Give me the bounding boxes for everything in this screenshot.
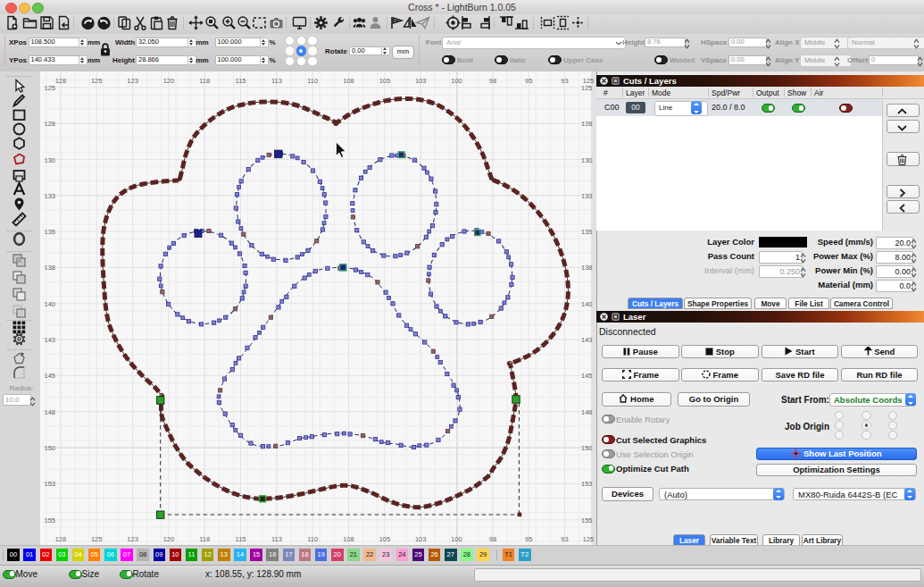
svg-text:128: 128 (581, 120, 593, 128)
svg-text:128: 128 (55, 77, 67, 85)
svg-text:115: 115 (236, 535, 246, 543)
svg-text:145: 145 (44, 372, 55, 380)
svg-text:108: 108 (343, 77, 354, 85)
svg-text:148: 148 (44, 408, 55, 416)
svg-text:93: 93 (561, 77, 568, 85)
svg-text:153: 153 (581, 480, 593, 488)
svg-text:133: 133 (44, 192, 55, 200)
svg-text:138: 138 (581, 264, 593, 272)
svg-text:105: 105 (379, 535, 391, 543)
svg-text:113: 113 (271, 77, 282, 85)
svg-text:113: 113 (271, 535, 282, 543)
svg-text:155: 155 (581, 516, 593, 524)
svg-text:120: 120 (163, 535, 175, 543)
svg-text:148: 148 (581, 408, 593, 416)
svg-text:98: 98 (489, 77, 496, 85)
svg-text:135: 135 (44, 228, 55, 236)
svg-text:118: 118 (199, 535, 210, 543)
svg-text:115: 115 (236, 77, 246, 85)
svg-text:93: 93 (561, 535, 568, 543)
svg-text:130: 130 (44, 156, 55, 164)
svg-text:150: 150 (581, 444, 593, 452)
svg-text:125: 125 (44, 84, 55, 92)
svg-text:140: 140 (44, 300, 55, 308)
svg-text:95: 95 (525, 77, 532, 85)
svg-text:143: 143 (581, 336, 593, 344)
svg-text:95: 95 (525, 535, 532, 543)
svg-text:125: 125 (583, 535, 595, 543)
svg-text:110: 110 (307, 77, 318, 85)
svg-text:125: 125 (91, 77, 103, 85)
svg-text:128: 128 (55, 535, 67, 543)
svg-text:108: 108 (343, 535, 354, 543)
svg-text:133: 133 (581, 192, 593, 200)
svg-text:100: 100 (451, 77, 462, 85)
svg-text:125: 125 (583, 77, 595, 85)
svg-text:123: 123 (127, 77, 138, 85)
svg-text:105: 105 (379, 77, 391, 85)
svg-text:123: 123 (127, 535, 138, 543)
svg-text:125: 125 (91, 535, 103, 543)
svg-text:130: 130 (581, 156, 593, 164)
svg-text:125: 125 (581, 84, 593, 92)
svg-text:140: 140 (581, 300, 593, 308)
svg-text:103: 103 (415, 535, 427, 543)
svg-text:150: 150 (44, 444, 55, 452)
svg-text:143: 143 (44, 336, 55, 344)
svg-text:100: 100 (451, 535, 462, 543)
svg-text:120: 120 (163, 77, 175, 85)
svg-text:145: 145 (581, 372, 593, 380)
svg-text:135: 135 (581, 228, 593, 236)
svg-text:155: 155 (44, 516, 55, 524)
svg-text:153: 153 (44, 480, 55, 488)
svg-text:98: 98 (489, 535, 496, 543)
svg-text:138: 138 (44, 264, 55, 272)
svg-text:103: 103 (415, 77, 427, 85)
svg-text:118: 118 (199, 77, 210, 85)
svg-text:110: 110 (307, 535, 318, 543)
svg-text:128: 128 (44, 120, 55, 128)
